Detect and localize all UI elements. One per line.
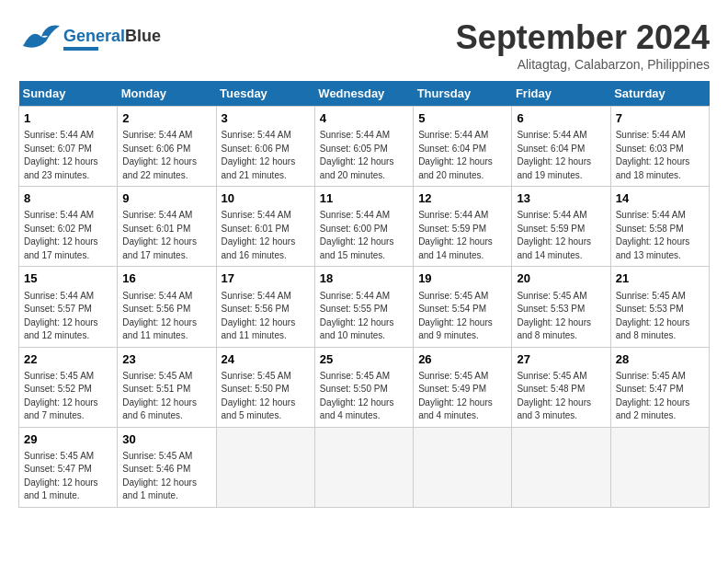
calendar-cell: 9Sunrise: 5:44 AMSunset: 6:01 PMDaylight… [118, 187, 216, 267]
calendar-cell [512, 427, 610, 507]
page-header: GeneralBlue September 2024 Alitagtag, Ca… [18, 18, 710, 72]
day-number: 29 [24, 431, 112, 448]
day-info: Sunrise: 5:44 AMSunset: 6:01 PMDaylight:… [222, 209, 310, 262]
calendar-cell: 5Sunrise: 5:44 AMSunset: 6:04 PMDaylight… [414, 107, 512, 187]
calendar-week-row: 8Sunrise: 5:44 AMSunset: 6:02 PMDaylight… [19, 187, 710, 267]
calendar-cell: 13Sunrise: 5:44 AMSunset: 5:59 PMDayligh… [512, 187, 610, 267]
calendar-cell: 23Sunrise: 5:45 AMSunset: 5:51 PMDayligh… [118, 347, 216, 427]
day-number: 6 [517, 110, 605, 127]
col-saturday: Saturday [610, 81, 709, 107]
logo-text-block: GeneralBlue [63, 28, 161, 51]
day-info: Sunrise: 5:44 AMSunset: 6:04 PMDaylight:… [418, 129, 506, 182]
day-info: Sunrise: 5:44 AMSunset: 6:07 PMDaylight:… [24, 129, 112, 182]
calendar-cell: 29Sunrise: 5:45 AMSunset: 5:47 PMDayligh… [19, 427, 118, 507]
col-friday: Friday [512, 81, 610, 107]
col-monday: Monday [118, 81, 216, 107]
day-number: 26 [418, 351, 506, 368]
logo-bird-icon [18, 18, 60, 60]
day-number: 10 [222, 190, 310, 207]
calendar-cell: 2Sunrise: 5:44 AMSunset: 6:06 PMDaylight… [118, 107, 216, 187]
day-number: 19 [418, 270, 506, 287]
day-info: Sunrise: 5:44 AMSunset: 6:01 PMDaylight:… [122, 209, 210, 262]
logo-general: General [63, 27, 125, 45]
day-number: 27 [517, 351, 605, 368]
day-info: Sunrise: 5:44 AMSunset: 5:56 PMDaylight:… [122, 290, 210, 343]
day-info: Sunrise: 5:44 AMSunset: 6:06 PMDaylight:… [222, 129, 310, 182]
location-subtitle: Alitagtag, Calabarzon, Philippines [456, 57, 710, 72]
day-info: Sunrise: 5:45 AMSunset: 5:47 PMDaylight:… [24, 450, 112, 503]
day-info: Sunrise: 5:44 AMSunset: 6:04 PMDaylight:… [517, 129, 605, 182]
day-number: 17 [222, 270, 310, 287]
calendar-cell: 6Sunrise: 5:44 AMSunset: 6:04 PMDaylight… [512, 107, 610, 187]
day-info: Sunrise: 5:44 AMSunset: 6:03 PMDaylight:… [616, 129, 704, 182]
day-info: Sunrise: 5:44 AMSunset: 6:02 PMDaylight:… [24, 209, 112, 262]
day-info: Sunrise: 5:45 AMSunset: 5:53 PMDaylight:… [517, 290, 605, 343]
calendar-week-row: 22Sunrise: 5:45 AMSunset: 5:52 PMDayligh… [19, 347, 710, 427]
day-info: Sunrise: 5:45 AMSunset: 5:47 PMDaylight:… [616, 370, 704, 423]
calendar-cell: 21Sunrise: 5:45 AMSunset: 5:53 PMDayligh… [610, 267, 709, 347]
day-number: 18 [320, 270, 408, 287]
day-number: 15 [24, 270, 112, 287]
col-wednesday: Wednesday [314, 81, 413, 107]
day-info: Sunrise: 5:45 AMSunset: 5:50 PMDaylight:… [222, 370, 310, 423]
logo-blue: Blue [125, 27, 161, 45]
calendar-cell: 3Sunrise: 5:44 AMSunset: 6:06 PMDaylight… [216, 107, 314, 187]
day-number: 5 [418, 110, 506, 127]
calendar-cell: 16Sunrise: 5:44 AMSunset: 5:56 PMDayligh… [118, 267, 216, 347]
day-number: 12 [418, 190, 506, 207]
day-number: 20 [517, 270, 605, 287]
day-info: Sunrise: 5:45 AMSunset: 5:52 PMDaylight:… [24, 370, 112, 423]
day-info: Sunrise: 5:44 AMSunset: 5:59 PMDaylight:… [418, 209, 506, 262]
day-number: 13 [517, 190, 605, 207]
calendar-cell [216, 427, 314, 507]
day-info: Sunrise: 5:45 AMSunset: 5:46 PMDaylight:… [122, 450, 210, 503]
calendar-cell: 14Sunrise: 5:44 AMSunset: 5:58 PMDayligh… [610, 187, 709, 267]
calendar-cell: 26Sunrise: 5:45 AMSunset: 5:49 PMDayligh… [414, 347, 512, 427]
day-info: Sunrise: 5:44 AMSunset: 5:58 PMDaylight:… [616, 209, 704, 262]
day-number: 14 [616, 190, 704, 207]
day-info: Sunrise: 5:44 AMSunset: 5:56 PMDaylight:… [222, 290, 310, 343]
logo: GeneralBlue [18, 18, 161, 60]
day-number: 22 [24, 351, 112, 368]
day-info: Sunrise: 5:44 AMSunset: 5:57 PMDaylight:… [24, 290, 112, 343]
col-sunday: Sunday [19, 81, 118, 107]
calendar-week-row: 29Sunrise: 5:45 AMSunset: 5:47 PMDayligh… [19, 427, 710, 507]
calendar-cell: 10Sunrise: 5:44 AMSunset: 6:01 PMDayligh… [216, 187, 314, 267]
day-info: Sunrise: 5:44 AMSunset: 5:59 PMDaylight:… [517, 209, 605, 262]
calendar-cell [610, 427, 709, 507]
calendar-cell: 8Sunrise: 5:44 AMSunset: 6:02 PMDaylight… [19, 187, 118, 267]
day-number: 25 [320, 351, 408, 368]
calendar-week-row: 15Sunrise: 5:44 AMSunset: 5:57 PMDayligh… [19, 267, 710, 347]
day-info: Sunrise: 5:45 AMSunset: 5:48 PMDaylight:… [517, 370, 605, 423]
day-number: 30 [122, 431, 210, 448]
day-info: Sunrise: 5:45 AMSunset: 5:49 PMDaylight:… [418, 370, 506, 423]
day-number: 23 [122, 351, 210, 368]
day-number: 28 [616, 351, 704, 368]
calendar-cell: 18Sunrise: 5:44 AMSunset: 5:55 PMDayligh… [314, 267, 413, 347]
day-number: 16 [122, 270, 210, 287]
day-number: 9 [122, 190, 210, 207]
day-number: 21 [616, 270, 704, 287]
day-number: 4 [320, 110, 408, 127]
calendar-table: Sunday Monday Tuesday Wednesday Thursday… [18, 81, 710, 508]
calendar-cell: 15Sunrise: 5:44 AMSunset: 5:57 PMDayligh… [19, 267, 118, 347]
calendar-cell [414, 427, 512, 507]
calendar-cell: 27Sunrise: 5:45 AMSunset: 5:48 PMDayligh… [512, 347, 610, 427]
calendar-cell: 28Sunrise: 5:45 AMSunset: 5:47 PMDayligh… [610, 347, 709, 427]
day-info: Sunrise: 5:44 AMSunset: 5:55 PMDaylight:… [320, 290, 408, 343]
col-thursday: Thursday [414, 81, 512, 107]
calendar-cell: 11Sunrise: 5:44 AMSunset: 6:00 PMDayligh… [314, 187, 413, 267]
day-number: 8 [24, 190, 112, 207]
calendar-cell: 19Sunrise: 5:45 AMSunset: 5:54 PMDayligh… [414, 267, 512, 347]
day-info: Sunrise: 5:45 AMSunset: 5:54 PMDaylight:… [418, 290, 506, 343]
calendar-cell [314, 427, 413, 507]
day-info: Sunrise: 5:44 AMSunset: 6:00 PMDaylight:… [320, 209, 408, 262]
day-info: Sunrise: 5:45 AMSunset: 5:51 PMDaylight:… [122, 370, 210, 423]
day-info: Sunrise: 5:44 AMSunset: 6:06 PMDaylight:… [122, 129, 210, 182]
day-info: Sunrise: 5:44 AMSunset: 6:05 PMDaylight:… [320, 129, 408, 182]
calendar-cell: 30Sunrise: 5:45 AMSunset: 5:46 PMDayligh… [118, 427, 216, 507]
calendar-cell: 22Sunrise: 5:45 AMSunset: 5:52 PMDayligh… [19, 347, 118, 427]
calendar-cell: 20Sunrise: 5:45 AMSunset: 5:53 PMDayligh… [512, 267, 610, 347]
calendar-cell: 12Sunrise: 5:44 AMSunset: 5:59 PMDayligh… [414, 187, 512, 267]
day-number: 7 [616, 110, 704, 127]
